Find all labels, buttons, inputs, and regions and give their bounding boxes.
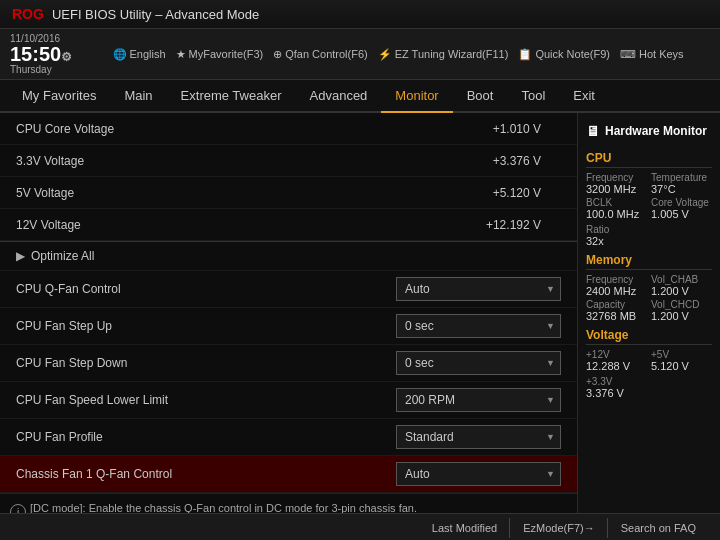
cpu-fan-step-up-label: CPU Fan Step Up bbox=[16, 319, 396, 333]
cpu-core-voltage: Core Voltage 1.005 V bbox=[651, 197, 712, 220]
cpu-monitor-grid: Frequency 3200 MHz Temperature 37°C BCLK… bbox=[586, 172, 712, 220]
chassis-fan1-label: Chassis Fan 1 Q-Fan Control bbox=[16, 467, 396, 481]
cpu-fan-step-down-select-wrapper: 0 sec0.1 sec0.2 sec0.5 sec bbox=[396, 351, 561, 375]
cpu-bclk: BCLK 100.0 MHz bbox=[586, 197, 647, 220]
cpu-section-title: CPU bbox=[586, 151, 712, 168]
cpu-qfan-select[interactable]: AutoDC ModePWM ModeDisabled bbox=[396, 277, 561, 301]
info-box: i [DC mode]: Enable the chassis Q-Fan co… bbox=[0, 493, 577, 513]
info-icon: i bbox=[10, 504, 26, 513]
info-text-1: [DC mode]: Enable the chassis Q-Fan cont… bbox=[30, 502, 565, 513]
shortcut-eztuning[interactable]: ⚡ EZ Tuning Wizard(F11) bbox=[378, 48, 509, 61]
voltage-12v: +12V 12.288 V bbox=[586, 349, 647, 372]
clock: 15:50⚙ bbox=[10, 44, 72, 64]
main-content: CPU Core Voltage +1.010 V 3.3V Voltage +… bbox=[0, 113, 720, 513]
cpu-core-voltage-label: CPU Core Voltage bbox=[16, 122, 493, 136]
voltage-section-title: Voltage bbox=[586, 328, 712, 345]
voltage-3v3: +3.3V 3.376 V bbox=[586, 376, 712, 399]
nav-boot[interactable]: Boot bbox=[453, 80, 508, 111]
memory-section-title: Memory bbox=[586, 253, 712, 270]
search-faq-button[interactable]: Search on FAQ bbox=[609, 518, 708, 538]
cpu-qfan-label: CPU Q-Fan Control bbox=[16, 282, 396, 296]
5v-voltage-row: 5V Voltage +5.120 V bbox=[0, 177, 577, 209]
title-text: UEFI BIOS Utility – Advanced Mode bbox=[52, 7, 259, 22]
12v-voltage-row: 12V Voltage +12.192 V bbox=[0, 209, 577, 241]
voltage-monitor-grid: +12V 12.288 V +5V 5.120 V bbox=[586, 349, 712, 372]
3v3-voltage-row: 3.3V Voltage +3.376 V bbox=[0, 145, 577, 177]
nav-monitor[interactable]: Monitor bbox=[381, 80, 452, 113]
right-panel: 🖥 Hardware Monitor CPU Frequency 3200 MH… bbox=[578, 113, 720, 513]
cpu-qfan-select-wrapper: AutoDC ModePWM ModeDisabled bbox=[396, 277, 561, 301]
monitor-icon: 🖥 bbox=[586, 123, 600, 139]
title-bar: ROG UEFI BIOS Utility – Advanced Mode bbox=[0, 0, 720, 29]
voltage-5v: +5V 5.120 V bbox=[651, 349, 712, 372]
cpu-fan-profile-select[interactable]: StandardSilentTurboFull Speed bbox=[396, 425, 561, 449]
cpu-fan-profile-row: CPU Fan Profile StandardSilentTurboFull … bbox=[0, 419, 577, 456]
cpu-fan-step-down-label: CPU Fan Step Down bbox=[16, 356, 396, 370]
left-panel: CPU Core Voltage +1.010 V 3.3V Voltage +… bbox=[0, 113, 578, 513]
5v-voltage-value: +5.120 V bbox=[493, 186, 541, 200]
nav-main[interactable]: Main bbox=[110, 80, 166, 111]
3v3-voltage-value: +3.376 V bbox=[493, 154, 541, 168]
cpu-fan-profile-select-wrapper: StandardSilentTurboFull Speed bbox=[396, 425, 561, 449]
memory-vol-chcd: Vol_CHCD 1.200 V bbox=[651, 299, 712, 322]
3v3-voltage-label: 3.3V Voltage bbox=[16, 154, 493, 168]
datetime: 11/10/2016 15:50⚙ Thursday bbox=[10, 33, 72, 75]
cpu-core-voltage-row: CPU Core Voltage +1.010 V bbox=[0, 113, 577, 145]
shortcut-english[interactable]: 🌐 English bbox=[113, 48, 166, 61]
cpu-fan-speed-lower-select-wrapper: 200 RPM300 RPM400 RPM600 RPM bbox=[396, 388, 561, 412]
cpu-core-voltage-value: +1.010 V bbox=[493, 122, 541, 136]
12v-voltage-label: 12V Voltage bbox=[16, 218, 486, 232]
5v-voltage-label: 5V Voltage bbox=[16, 186, 493, 200]
optimize-all-label: Optimize All bbox=[31, 249, 94, 263]
chassis-fan1-select[interactable]: AutoDC ModePWM ModeDisabled bbox=[396, 462, 561, 486]
nav-my-favorites[interactable]: My Favorites bbox=[8, 80, 110, 111]
shortcut-quicknote[interactable]: 📋 Quick Note(F9) bbox=[518, 48, 610, 61]
nav-tool[interactable]: Tool bbox=[507, 80, 559, 111]
optimize-all-arrow: ▶ bbox=[16, 249, 25, 263]
rog-logo: ROG bbox=[12, 6, 44, 22]
nav-exit[interactable]: Exit bbox=[559, 80, 609, 111]
status-bar: Last Modified EzMode(F7)→ Search on FAQ bbox=[0, 513, 720, 540]
cpu-fan-step-down-select[interactable]: 0 sec0.1 sec0.2 sec0.5 sec bbox=[396, 351, 561, 375]
cpu-fan-speed-lower-label: CPU Fan Speed Lower Limit bbox=[16, 393, 396, 407]
cpu-frequency: Frequency 3200 MHz bbox=[586, 172, 647, 195]
cpu-temperature: Temperature 37°C bbox=[651, 172, 712, 195]
info-bar: 11/10/2016 15:50⚙ Thursday 🌐 English ★ M… bbox=[0, 29, 720, 80]
cpu-fan-profile-label: CPU Fan Profile bbox=[16, 430, 396, 444]
cpu-ratio: Ratio 32x bbox=[586, 224, 712, 247]
shortcut-qfan[interactable]: ⊕ Qfan Control(F6) bbox=[273, 48, 368, 61]
cpu-fan-speed-lower-row: CPU Fan Speed Lower Limit 200 RPM300 RPM… bbox=[0, 382, 577, 419]
hardware-monitor-title: 🖥 Hardware Monitor bbox=[586, 119, 712, 145]
nav-extreme-tweaker[interactable]: Extreme Tweaker bbox=[167, 80, 296, 111]
chassis-fan1-row: Chassis Fan 1 Q-Fan Control AutoDC ModeP… bbox=[0, 456, 577, 493]
cpu-fan-step-up-select-wrapper: 0 sec0.1 sec0.2 sec0.5 sec bbox=[396, 314, 561, 338]
nav-advanced[interactable]: Advanced bbox=[296, 80, 382, 111]
cpu-qfan-control-row: CPU Q-Fan Control AutoDC ModePWM ModeDis… bbox=[0, 271, 577, 308]
day: Thursday bbox=[10, 64, 72, 75]
shortcut-hotkeys[interactable]: ⌨ Hot Keys bbox=[620, 48, 684, 61]
cpu-fan-step-up-select[interactable]: 0 sec0.1 sec0.2 sec0.5 sec bbox=[396, 314, 561, 338]
shortcut-myfavorite[interactable]: ★ MyFavorite(F3) bbox=[176, 48, 264, 61]
memory-capacity: Capacity 32768 MB bbox=[586, 299, 647, 322]
optimize-all-section[interactable]: ▶ Optimize All bbox=[0, 242, 577, 271]
cpu-fan-step-down-row: CPU Fan Step Down 0 sec0.1 sec0.2 sec0.5… bbox=[0, 345, 577, 382]
memory-frequency: Frequency 2400 MHz bbox=[586, 274, 647, 297]
cpu-fan-speed-lower-select[interactable]: 200 RPM300 RPM400 RPM600 RPM bbox=[396, 388, 561, 412]
memory-vol-chab: Vol_CHAB 1.200 V bbox=[651, 274, 712, 297]
shortcuts-bar: 🌐 English ★ MyFavorite(F3) ⊕ Qfan Contro… bbox=[86, 48, 710, 61]
ez-mode-button[interactable]: EzMode(F7)→ bbox=[511, 518, 608, 538]
nav-menu: My Favorites Main Extreme Tweaker Advanc… bbox=[0, 80, 720, 113]
12v-voltage-value: +12.192 V bbox=[486, 218, 541, 232]
chassis-fan1-select-wrapper: AutoDC ModePWM ModeDisabled bbox=[396, 462, 561, 486]
memory-monitor-grid: Frequency 2400 MHz Vol_CHAB 1.200 V Capa… bbox=[586, 274, 712, 322]
cpu-fan-step-up-row: CPU Fan Step Up 0 sec0.1 sec0.2 sec0.5 s… bbox=[0, 308, 577, 345]
last-modified[interactable]: Last Modified bbox=[420, 518, 510, 538]
